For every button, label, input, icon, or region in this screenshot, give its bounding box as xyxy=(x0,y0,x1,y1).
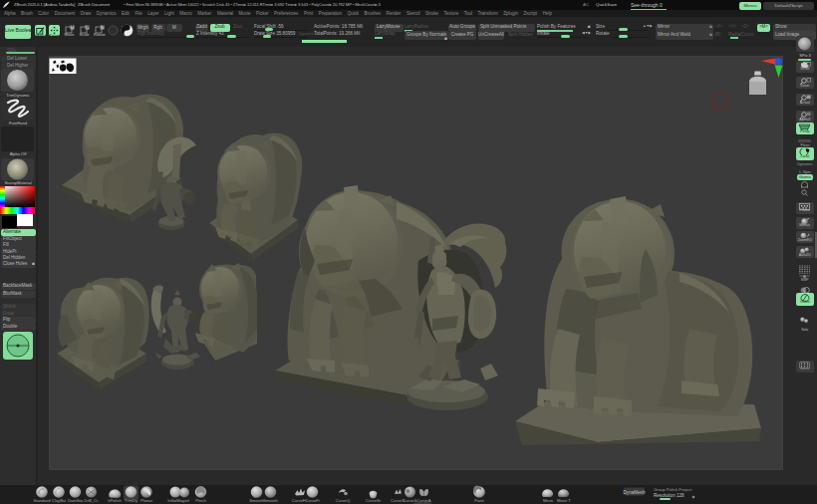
svg-text:Move T: Move T xyxy=(557,498,571,503)
svg-text:DrB_Cr: DrB_Cr xyxy=(85,498,100,503)
svg-text:Move: Move xyxy=(543,498,554,503)
svg-text:Pinch: Pinch xyxy=(195,498,206,503)
svg-text:CurveFi: CurveFi xyxy=(305,498,320,503)
svg-text:CurveQ: CurveQ xyxy=(336,498,351,503)
svg-text:Smooth: Smooth xyxy=(263,498,278,503)
svg-text:CurveSr: CurveSr xyxy=(366,498,382,503)
svg-text:Resolution 128: Resolution 128 xyxy=(654,493,684,498)
svg-text:DamSta: DamSta xyxy=(68,498,84,503)
svg-text:Group Polish Project: Group Polish Project xyxy=(654,487,692,492)
svg-text:TrimDy: TrimDy xyxy=(125,498,138,503)
svg-text:Paint: Paint xyxy=(474,498,484,503)
svg-text:Smooth: Smooth xyxy=(249,498,264,503)
svg-text:Standard: Standard xyxy=(34,498,52,503)
svg-text:CurveS: CurveS xyxy=(404,498,417,503)
svg-text:DynaMesh: DynaMesh xyxy=(624,490,646,495)
svg-text:ClayBui: ClayBui xyxy=(52,498,66,503)
svg-text:hPolish: hPolish xyxy=(108,498,122,503)
svg-text:Planar: Planar xyxy=(140,498,153,503)
svg-text:InflatMagnif: InflatMagnif xyxy=(167,498,189,503)
